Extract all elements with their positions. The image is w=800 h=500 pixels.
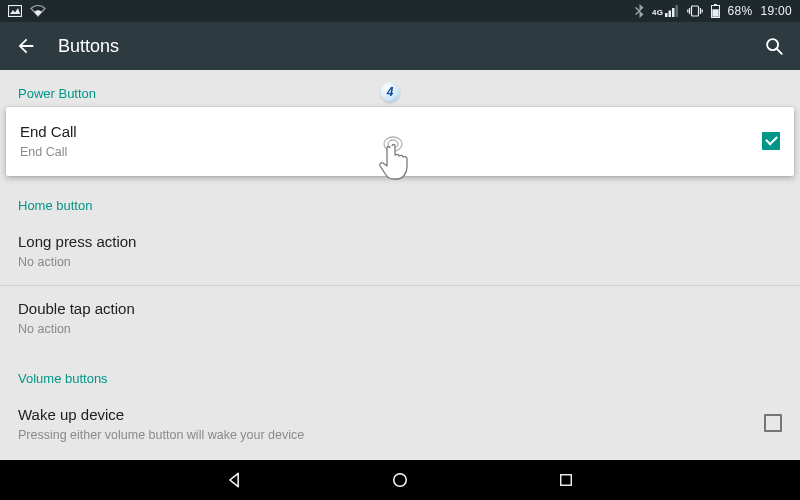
nav-back-button[interactable] [221, 467, 247, 493]
double-tap-item[interactable]: Double tap action No action [0, 286, 800, 351]
navigation-bar [0, 460, 800, 500]
double-tap-title: Double tap action [18, 298, 782, 319]
tap-pointer-icon [378, 136, 418, 188]
clock: 19:00 [760, 4, 792, 18]
long-press-item[interactable]: Long press action No action [0, 219, 800, 284]
bluetooth-icon [635, 4, 644, 18]
svg-rect-2 [665, 13, 668, 17]
app-bar: Buttons [0, 22, 800, 70]
tutorial-step-badge: 4 [380, 82, 400, 102]
wake-device-title: Wake up device [18, 404, 764, 425]
battery-icon [711, 4, 720, 18]
svg-rect-5 [675, 5, 678, 17]
svg-rect-9 [712, 9, 718, 16]
wake-device-subtitle: Pressing either volume button will wake … [18, 427, 764, 443]
status-bar: 4G 68% 19:00 [0, 0, 800, 22]
back-button[interactable] [14, 34, 38, 58]
wifi-icon [30, 5, 46, 17]
svg-rect-3 [668, 11, 671, 18]
long-press-subtitle: No action [18, 254, 782, 270]
nav-home-button[interactable] [387, 467, 413, 493]
section-header-volume: Volume buttons [0, 351, 800, 392]
end-call-checkbox[interactable] [762, 132, 780, 150]
svg-rect-15 [561, 475, 572, 486]
settings-list: Power Button End Call End Call Home butt… [0, 70, 800, 460]
svg-rect-6 [691, 6, 698, 16]
battery-percent: 68% [728, 4, 753, 18]
wake-device-checkbox[interactable] [764, 414, 782, 432]
section-header-power: Power Button [0, 70, 800, 107]
vibrate-icon [687, 5, 703, 17]
svg-point-14 [394, 474, 407, 487]
cell-signal-icon [665, 5, 679, 17]
search-button[interactable] [762, 34, 786, 58]
wake-device-item[interactable]: Wake up device Pressing either volume bu… [0, 392, 800, 457]
nav-recent-button[interactable] [553, 467, 579, 493]
page-title: Buttons [58, 36, 742, 57]
double-tap-subtitle: No action [18, 321, 782, 337]
long-press-title: Long press action [18, 231, 782, 252]
svg-line-11 [777, 49, 782, 54]
svg-rect-0 [9, 6, 22, 17]
svg-marker-1 [10, 8, 20, 14]
svg-rect-4 [672, 8, 675, 17]
network-type-label: 4G [652, 8, 664, 17]
image-icon [8, 5, 22, 17]
